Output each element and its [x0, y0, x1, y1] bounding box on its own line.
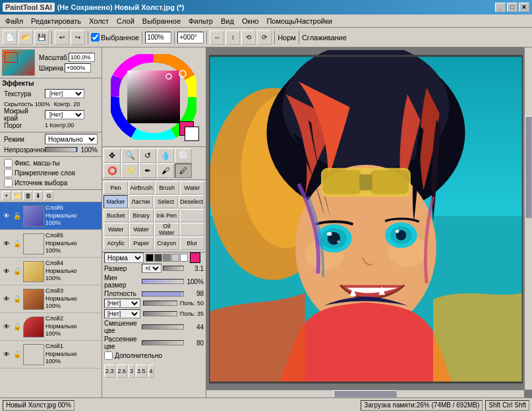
texture-select[interactable]: [Нет] — [45, 89, 84, 98]
menu-filter[interactable]: Фильтр — [185, 16, 217, 26]
brush-eraser[interactable]: Ластик — [129, 195, 153, 208]
menu-canvas[interactable]: Холст — [85, 16, 113, 26]
tool-eyedrop[interactable]: 💧 — [157, 148, 174, 163]
brush-pen[interactable]: Pen — [103, 181, 128, 194]
layer-3-lock[interactable]: 🔓 — [13, 295, 22, 304]
toolbar-rotate-l[interactable]: ⟲ — [241, 30, 256, 45]
width-field[interactable] — [65, 63, 91, 73]
size-tab-4[interactable]: 3.5 — [136, 365, 147, 378]
min-size-slider[interactable] — [142, 279, 184, 284]
layer-2-eye[interactable]: 👁 — [2, 322, 11, 332]
tool-select-lasso[interactable]: ⭕ — [103, 163, 121, 178]
selection-source-check[interactable] — [4, 179, 13, 187]
menu-window[interactable]: Окно — [238, 16, 263, 26]
color1-select[interactable]: [Нет] — [104, 299, 140, 308]
layer-6-lock[interactable]: 🔓 — [13, 212, 22, 221]
brush-brush[interactable]: Brush — [155, 181, 179, 194]
maximize-button[interactable]: □ — [507, 3, 517, 12]
scatter-slider[interactable] — [142, 340, 184, 345]
tool-marker[interactable]: 🖊 — [175, 163, 192, 178]
canvas-viewport[interactable] — [209, 50, 523, 388]
advanced-check[interactable] — [104, 351, 113, 360]
menu-edit[interactable]: Редактировать — [27, 16, 85, 26]
color2-slider[interactable] — [143, 311, 177, 316]
size-tab-5[interactable]: 4 — [148, 365, 154, 378]
canvas-scrollbar-h[interactable] — [206, 390, 524, 397]
menu-layer[interactable]: Слой — [113, 16, 138, 26]
brush-acrylic[interactable]: Acrylic — [103, 237, 129, 250]
swatch-lgray[interactable] — [171, 254, 179, 262]
toolbar-save[interactable]: 💾 — [34, 30, 49, 45]
selected-checkbox[interactable] — [91, 33, 100, 42]
layer-item-1[interactable]: 👁 🔓 Слой1 Нормально 100% — [0, 341, 102, 368]
brush-binary[interactable]: Binary — [129, 209, 154, 222]
layer-5-lock[interactable]: 🔓 — [13, 239, 22, 249]
brush-water3[interactable]: Water — [129, 223, 154, 236]
tool-rotate[interactable]: ↺ — [139, 148, 156, 163]
swatch-white[interactable] — [180, 254, 188, 262]
brush-airbrush[interactable]: AirBrush — [129, 181, 154, 194]
color2-select[interactable]: [Нет] — [104, 309, 140, 318]
blend-mode-select[interactable]: Нормально — [45, 134, 98, 144]
layer-1-lock[interactable]: 🔓 — [13, 350, 22, 359]
new-folder-btn[interactable]: 📁 — [13, 191, 22, 200]
layer-1-eye[interactable]: 👁 — [2, 350, 11, 359]
tool-select-rect[interactable]: ⬜ — [175, 148, 192, 163]
layer-6-eye[interactable]: 👁 — [2, 212, 11, 221]
brush-mode-select[interactable]: Норма — [104, 252, 144, 263]
brush-oilwater[interactable]: Oil Water — [154, 223, 179, 236]
layer-item-5[interactable]: 👁 🔓 Слой5 Нормально 100% — [0, 230, 102, 258]
layer-4-eye[interactable]: 👁 — [2, 267, 11, 276]
swatch-black[interactable] — [146, 254, 154, 262]
size-tab-3[interactable]: 3 — [129, 365, 134, 378]
size-slider[interactable] — [163, 266, 184, 271]
density-slider[interactable] — [142, 291, 184, 297]
swatch-dgray[interactable] — [154, 254, 162, 262]
brush-inkpen[interactable]: Ink Pen — [154, 209, 179, 222]
brush-crayon[interactable]: Crayon — [154, 237, 179, 250]
toolbar-flip-h[interactable]: ↔ — [210, 30, 224, 45]
minimize-button[interactable]: _ — [495, 3, 506, 12]
layer-4-lock[interactable]: 🔓 — [13, 267, 22, 276]
canvas-tab-label[interactable]: Новый Холст.jpg 00% — [3, 400, 74, 411]
tool-zoom[interactable]: 🔍 — [121, 148, 138, 163]
brush-select[interactable]: Select — [154, 195, 178, 208]
size-tab-2[interactable]: 2.6 — [117, 365, 128, 378]
wet-edge-select[interactable]: [Нет] — [45, 110, 84, 119]
mix-slider[interactable] — [142, 324, 184, 330]
active-color-swatch[interactable] — [190, 252, 200, 263]
color1-slider[interactable] — [143, 301, 177, 306]
brush-marker[interactable]: Marker — [103, 195, 128, 208]
brush-bucket[interactable]: Bucket — [103, 209, 129, 222]
tool-pen[interactable]: ✒ — [139, 163, 156, 178]
close-button[interactable]: ✕ — [519, 3, 529, 12]
merge-layer-btn[interactable]: ⬇ — [34, 191, 43, 200]
zoom-input[interactable] — [145, 32, 171, 44]
toolbar-open[interactable]: 📂 — [18, 30, 33, 45]
brush-deselect[interactable]: Deselect — [179, 195, 204, 208]
rotation-input[interactable] — [177, 32, 204, 44]
layer-item-3[interactable]: 👁 🔓 Слой3 Нормально 100% — [0, 285, 102, 313]
layer-item-4[interactable]: 👁 🔓 Слой4 Нормально 100% — [0, 258, 102, 285]
menu-file[interactable]: Файл — [1, 16, 27, 26]
brush-blur[interactable]: Blur — [180, 237, 205, 250]
duplicate-layer-btn[interactable]: ⧉ — [44, 191, 53, 200]
menu-view[interactable]: Вид — [217, 16, 238, 26]
toolbar-flip-v[interactable]: ↕ — [225, 30, 240, 45]
delete-layer-btn[interactable]: 🗑 — [23, 191, 32, 200]
layer-item-6[interactable]: 👁 🔓 Слой6 Нормально 100% — [0, 202, 102, 230]
toolbar-new[interactable]: 📄 — [3, 30, 17, 45]
brush-paper[interactable]: Paper — [129, 237, 154, 250]
layer-5-eye[interactable]: 👁 — [2, 239, 11, 249]
toolbar-redo[interactable]: ↪ — [71, 30, 85, 45]
layer-2-lock[interactable]: 🔓 — [13, 322, 22, 332]
toolbar-undo[interactable]: ↩ — [55, 30, 69, 45]
opacity-slider[interactable] — [45, 147, 78, 152]
new-layer-btn[interactable]: + — [2, 191, 11, 200]
menu-help[interactable]: Помощь/Настройки — [262, 16, 336, 26]
swatch-gray[interactable] — [163, 254, 171, 262]
tool-brush[interactable]: 🖌 — [157, 163, 174, 178]
brush-water[interactable]: Water — [180, 181, 204, 194]
toolbar-selected-check[interactable]: Выбранное — [91, 33, 139, 42]
brush-water2[interactable]: Water — [103, 223, 129, 236]
